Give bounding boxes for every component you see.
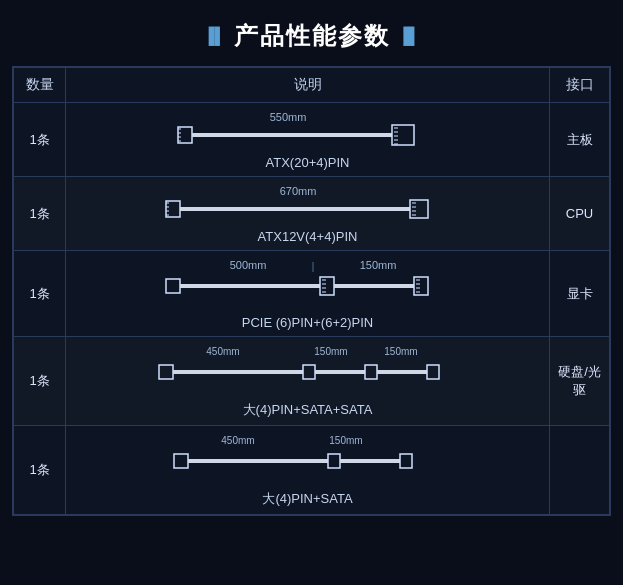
svg-rect-47 (315, 370, 365, 374)
title-icon-left: ▐▌ (203, 27, 226, 45)
connector-desc: 大(4)PIN+SATA (262, 490, 352, 508)
svg-rect-46 (303, 365, 315, 379)
svg-rect-49 (377, 370, 427, 374)
svg-rect-19 (180, 207, 410, 211)
svg-rect-35 (334, 284, 414, 288)
title-icon-right: ▐▌ (398, 27, 421, 45)
svg-rect-45 (173, 370, 303, 374)
desc-cell: 550mmATX(20+4)PIN (66, 103, 550, 177)
connector-desc: ATX(20+4)PIN (266, 155, 350, 170)
svg-text:150mm: 150mm (314, 346, 347, 357)
svg-rect-6 (192, 133, 392, 137)
port-cell: 主板 (550, 103, 610, 177)
qty-cell: 1条 (14, 251, 66, 337)
svg-text:150mm: 150mm (384, 346, 417, 357)
svg-text:550mm: 550mm (269, 111, 306, 123)
svg-text:450mm: 450mm (206, 346, 239, 357)
table-row: 1条500mm150mmPCIE (6)PIN+(6+2)PIN显卡 (14, 251, 610, 337)
page-title: 产品性能参数 (234, 20, 390, 52)
svg-rect-29 (180, 284, 320, 288)
svg-rect-55 (328, 454, 340, 468)
svg-rect-28 (166, 279, 180, 293)
desc-cell: 670mmATX12V(4+4)PIN (66, 177, 550, 251)
port-cell (550, 426, 610, 515)
svg-rect-54 (188, 459, 328, 463)
table-row: 1条450mm150mm150mm大(4)PIN+SATA+SATA硬盘/光驱 (14, 337, 610, 426)
qty-cell: 1条 (14, 426, 66, 515)
cable-diagram: 500mm150mmPCIE (6)PIN+(6+2)PIN (74, 257, 541, 330)
svg-text:450mm: 450mm (221, 435, 254, 446)
col-header-qty: 数量 (14, 68, 66, 103)
cable-diagram: 670mmATX12V(4+4)PIN (74, 183, 541, 244)
cable-diagram: 550mmATX(20+4)PIN (74, 109, 541, 170)
desc-cell: 450mm150mm大(4)PIN+SATA (66, 426, 550, 515)
title-area: ▐▌ 产品性能参数 ▐▌ (12, 10, 611, 66)
svg-rect-56 (340, 459, 400, 463)
svg-rect-57 (400, 454, 412, 468)
svg-text:500mm: 500mm (229, 259, 266, 271)
desc-cell: 450mm150mm150mm大(4)PIN+SATA+SATA (66, 337, 550, 426)
connector-desc: PCIE (6)PIN+(6+2)PIN (242, 315, 374, 330)
qty-cell: 1条 (14, 177, 66, 251)
port-cell: 硬盘/光驱 (550, 337, 610, 426)
col-header-port: 接口 (550, 68, 610, 103)
svg-rect-50 (427, 365, 439, 379)
qty-cell: 1条 (14, 103, 66, 177)
table-row: 1条670mmATX12V(4+4)PINCPU (14, 177, 610, 251)
desc-cell: 500mm150mmPCIE (6)PIN+(6+2)PIN (66, 251, 550, 337)
port-cell: CPU (550, 177, 610, 251)
svg-rect-44 (159, 365, 173, 379)
col-header-desc: 说明 (66, 68, 550, 103)
specs-table-container: 数量 说明 接口 1条550mmATX(20+4)PIN主板1条670mmATX… (12, 66, 611, 516)
table-row: 1条450mm150mm大(4)PIN+SATA (14, 426, 610, 515)
table-header-row: 数量 说明 接口 (14, 68, 610, 103)
svg-text:150mm: 150mm (359, 259, 396, 271)
svg-rect-53 (174, 454, 188, 468)
cable-diagram: 450mm150mm150mm大(4)PIN+SATA+SATA (74, 343, 541, 419)
connector-desc: ATX12V(4+4)PIN (258, 229, 358, 244)
cable-diagram: 450mm150mm大(4)PIN+SATA (74, 432, 541, 508)
connector-desc: 大(4)PIN+SATA+SATA (243, 401, 373, 419)
specs-table: 数量 说明 接口 1条550mmATX(20+4)PIN主板1条670mmATX… (13, 67, 610, 515)
svg-rect-48 (365, 365, 377, 379)
port-cell: 显卡 (550, 251, 610, 337)
page-container: ▐▌ 产品性能参数 ▐▌ 数量 说明 接口 1条550mmATX(20+4)PI… (0, 0, 623, 585)
svg-text:150mm: 150mm (329, 435, 362, 446)
svg-text:670mm: 670mm (279, 185, 316, 197)
table-row: 1条550mmATX(20+4)PIN主板 (14, 103, 610, 177)
qty-cell: 1条 (14, 337, 66, 426)
